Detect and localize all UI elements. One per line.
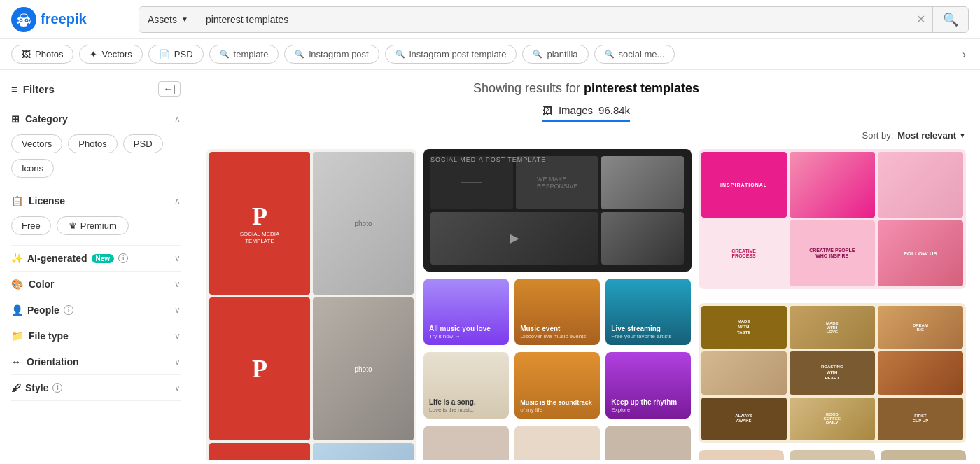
music-card-life-song[interactable]: Life is a song. Love is the music. [424,352,509,419]
svg-rect-6 [20,14,27,18]
collapse-sidebar-icon[interactable]: ←| [158,81,181,97]
results-heading-query: pinterest templates [584,81,699,95]
music-card-all-music[interactable]: All music you love Try it now → [424,279,509,345]
tag-search-icon-5: 🔍 [605,50,615,59]
sort-dropdown[interactable]: Most relevant ▼ [897,130,966,141]
style-info-icon[interactable]: i [52,383,62,393]
right-bottom-cards [699,450,967,460]
color-arrow-icon: ∨ [174,279,181,289]
mid-bottom-card-1[interactable] [424,426,509,460]
ai-section-header[interactable]: ✨ AI-generated New i ∨ [11,246,181,271]
people-section-header[interactable]: 👤 People i ∨ [11,297,181,323]
icons-tag-btn[interactable]: Icons [11,159,54,178]
music-card-streaming[interactable]: Live streaming Free your favorite artist… [606,279,691,345]
style-icon: 🖌 [11,382,21,393]
grid-item-pink-collage[interactable]: INSPIRATIONAL CREATIVEPROCESS CREATIVE [699,149,967,289]
collage-cell-6: photo [313,443,414,460]
category-section-header[interactable]: ⊞ Category ∧ [11,106,181,132]
images-tab-count: 96.84k [598,104,630,116]
left-column: P SOCIAL MEDIATEMPLATE photo P [206,149,416,460]
tag-social-media-label: social me... [619,49,665,59]
filter-bar-next-icon[interactable]: › [960,48,969,61]
music-cards-bottom: Life is a song. Love is the music. Music… [424,352,692,419]
tag-instagram-post-label: instagram post [309,49,368,59]
right-bottom-card-3[interactable] [881,450,966,460]
logo-area: freepik [11,7,130,32]
psd-tag-btn[interactable]: PSD [123,134,163,153]
svg-rect-7 [18,23,20,27]
free-tag-btn[interactable]: Free [11,216,51,235]
music-card-soundtrack[interactable]: Music is the soundtrack of my life [514,352,600,419]
collage-cell-2: photo [313,152,414,295]
dropdown-arrow-icon: ▼ [181,15,188,23]
license-tags: Free ♛ Premium [11,213,181,245]
svg-point-5 [26,19,27,20]
grid-item-collage[interactable]: P SOCIAL MEDIATEMPLATE photo P [206,149,416,460]
ai-title: ✨ AI-generated New i [11,253,128,264]
results-grid: P SOCIAL MEDIATEMPLATE photo P [206,149,966,460]
music-card-bg-6: Keep up the rhythm Explore [606,352,691,419]
right-bottom-card-2[interactable] [790,450,875,460]
mid-bottom-card-3[interactable] [606,426,691,460]
style-section-header[interactable]: 🖌 Style i ∨ [11,375,181,400]
mid-column: WE MAKERESPONSIVE ▶ [424,149,692,460]
ai-info-icon[interactable]: i [118,253,128,263]
license-arrow-icon: ∧ [174,196,181,206]
clear-search-icon[interactable]: ✕ [909,13,932,26]
images-tab[interactable]: 🖼 Images 96.84k [542,104,630,122]
sort-bar: Sort by: Most relevant ▼ [206,130,966,141]
vectors-tag-btn[interactable]: Vectors [11,134,62,153]
filter-tag-plantilla[interactable]: 🔍 plantilla [522,45,588,64]
collage-cell-5: P [209,443,310,460]
music-cards-top: All music you love Try it now → Music ev… [424,279,692,345]
search-input[interactable] [197,14,909,25]
category-arrow-icon: ∧ [174,114,181,124]
people-title: 👤 People i [11,304,74,316]
header: freepik Assets ▼ ✕ 🔍 [0,0,980,39]
category-icon: ⊞ [11,113,20,125]
tag-instagram-post-template-label: instagram post template [410,49,507,59]
people-label: People [27,304,59,316]
logo-text: freepik [41,11,87,27]
style-title: 🖌 Style i [11,382,62,393]
filter-tag-social-media[interactable]: 🔍 social me... [594,45,676,64]
color-section-header[interactable]: 🎨 Color ∨ [11,272,181,297]
tag-search-icon-3: 🔍 [396,50,405,59]
style-arrow-icon: ∨ [174,383,181,393]
mid-bottom-card-2[interactable] [514,426,600,460]
filter-section-color: 🎨 Color ∨ [11,272,181,297]
orientation-section-header[interactable]: ↔ Orientation ∨ [11,349,181,374]
search-button[interactable]: 🔍 [932,7,968,32]
filter-tag-template[interactable]: 🔍 template [209,45,279,64]
filter-chip-psd[interactable]: 📄 PSD [148,45,204,64]
style-label: Style [25,382,48,393]
photos-tag-btn[interactable]: Photos [68,134,117,153]
psd-chip-icon: 📄 [159,49,170,59]
music-card-rhythm[interactable]: Keep up the rhythm Explore [606,352,691,419]
category-tags: Vectors Photos PSD Icons [11,132,181,188]
color-icon: 🎨 [11,279,23,290]
music-card-event[interactable]: Music event Discover live music events [514,279,600,345]
orientation-title: ↔ Orientation [11,356,79,367]
ai-new-badge: New [92,254,115,263]
grid-item-dark-template[interactable]: WE MAKERESPONSIVE ▶ [424,149,692,272]
filter-section-ai: ✨ AI-generated New i ∨ [11,246,181,272]
filter-chip-photos[interactable]: 🖼 Photos [11,45,74,64]
premium-tag-btn[interactable]: ♛ Premium [57,216,129,235]
filter-tag-instagram-post-template[interactable]: 🔍 instagram post template [385,45,517,64]
grid-item-brown-collage[interactable]: MADEWITHTASTE MADEWITHLOVE DREAMBIG [699,303,967,443]
assets-dropdown[interactable]: Assets ▼ [139,7,197,32]
orientation-arrow-icon: ∨ [174,357,181,367]
right-bottom-card-1[interactable] [699,450,784,460]
people-info-icon[interactable]: i [64,305,74,315]
filter-bar: 🖼 Photos ✦ Vectors 📄 PSD 🔍 template 🔍 in… [0,39,980,70]
orientation-icon: ↔ [11,356,21,367]
filter-tag-instagram-post[interactable]: 🔍 instagram post [284,45,379,64]
ai-label: AI-generated [27,253,88,264]
license-section-header[interactable]: 📋 License ∧ [11,188,181,213]
filetype-section-header[interactable]: 📁 File type ∨ [11,323,181,349]
filter-chip-vectors[interactable]: ✦ Vectors [79,45,142,64]
music-card-bg-5: Music is the soundtrack of my life [514,352,600,419]
filter-section-orientation: ↔ Orientation ∨ [11,349,181,375]
ai-arrow-icon: ∨ [174,253,181,263]
